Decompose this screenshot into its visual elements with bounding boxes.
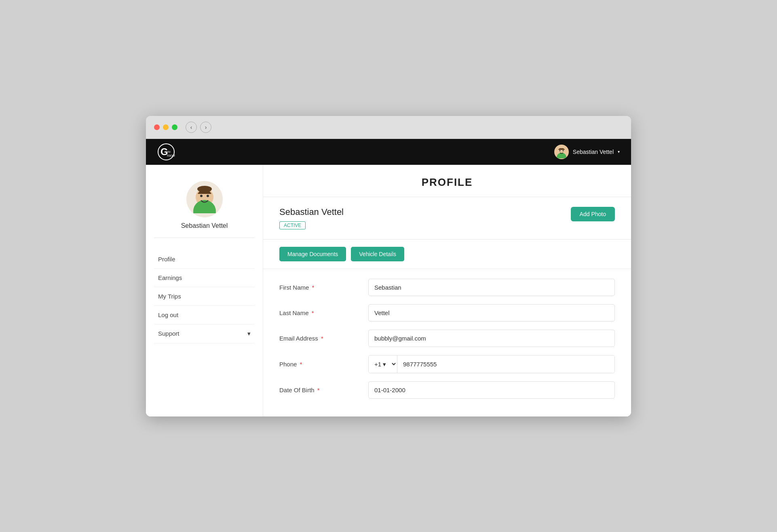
sidebar-item-my-trips[interactable]: My Trips — [154, 287, 255, 306]
browser-nav-buttons: ‹ › — [186, 122, 211, 133]
required-indicator: * — [316, 387, 320, 393]
required-indicator: * — [310, 284, 314, 291]
phone-code-select[interactable]: +1 ▾ — [369, 355, 397, 373]
svg-point-6 — [559, 150, 560, 151]
app: G to rocery Sebastian Vettel — [146, 139, 631, 416]
last-name-label: Last Name * — [279, 309, 368, 316]
first-name-label: First Name * — [279, 284, 368, 291]
sidebar-username: Sebastian Vettel — [181, 222, 228, 229]
tabs-section: Manage Documents Vehicle Details — [263, 240, 631, 269]
user-section: Sebastian Vettel ACTIVE Add Photo — [263, 197, 631, 240]
topbar-username: Sebastian Vettel — [573, 149, 614, 155]
sidebar: Sebastian Vettel Profile Earnings My Tri… — [146, 165, 263, 416]
sidebar-nav: Profile Earnings My Trips Log out Suppor… — [154, 250, 255, 343]
dob-input[interactable] — [368, 381, 615, 399]
logo-icon: G to rocery — [157, 143, 175, 161]
minimize-button[interactable] — [163, 124, 169, 130]
maximize-button[interactable] — [172, 124, 177, 130]
close-button[interactable] — [154, 124, 160, 130]
form-row-phone: Phone * +1 ▾ — [279, 355, 615, 373]
topbar-avatar — [554, 145, 569, 159]
svg-point-12 — [197, 186, 212, 192]
email-input[interactable] — [368, 330, 615, 347]
topbar: G to rocery Sebastian Vettel — [146, 139, 631, 165]
required-indicator: * — [310, 309, 314, 316]
main-layout: Sebastian Vettel Profile Earnings My Tri… — [146, 165, 631, 416]
svg-text:rocery: rocery — [167, 154, 175, 158]
user-info: Sebastian Vettel ▾ — [554, 145, 620, 159]
support-chevron-icon: ▾ — [247, 330, 251, 337]
back-button[interactable]: ‹ — [186, 122, 197, 133]
sidebar-avatar-icon — [190, 185, 219, 213]
sidebar-item-profile[interactable]: Profile — [154, 250, 255, 269]
user-full-name: Sebastian Vettel — [279, 207, 344, 217]
form-row-last-name: Last Name * — [279, 304, 615, 322]
sidebar-item-support[interactable]: Support ▾ — [154, 324, 255, 343]
traffic-lights — [154, 124, 177, 130]
phone-label: Phone * — [279, 361, 368, 368]
forward-button[interactable]: › — [200, 122, 211, 133]
user-name-area: Sebastian Vettel ACTIVE — [279, 207, 344, 229]
sidebar-item-logout[interactable]: Log out — [154, 306, 255, 324]
avatar-icon — [555, 145, 568, 158]
form-row-first-name: First Name * — [279, 279, 615, 296]
svg-point-10 — [200, 195, 203, 197]
tab-manage-documents[interactable]: Manage Documents — [279, 247, 346, 261]
add-photo-button[interactable]: Add Photo — [571, 207, 615, 221]
first-name-input[interactable] — [368, 279, 615, 296]
form-row-dob: Date Of Birth * — [279, 381, 615, 399]
user-dropdown-icon[interactable]: ▾ — [618, 149, 620, 154]
sidebar-item-earnings[interactable]: Earnings — [154, 269, 255, 287]
required-indicator: * — [298, 361, 302, 368]
required-indicator: * — [319, 335, 323, 342]
phone-number-input[interactable] — [397, 355, 614, 373]
browser-chrome: ‹ › — [146, 116, 631, 139]
profile-title: PROFILE — [279, 176, 615, 189]
svg-point-11 — [207, 195, 209, 197]
profile-header: PROFILE — [263, 165, 631, 197]
email-label: Email Address * — [279, 335, 368, 342]
svg-point-7 — [562, 150, 564, 151]
phone-field: +1 ▾ — [368, 355, 615, 373]
tab-vehicle-details[interactable]: Vehicle Details — [351, 247, 404, 261]
sidebar-avatar — [186, 181, 223, 217]
dob-label: Date Of Birth * — [279, 387, 368, 393]
logo-area: G to rocery — [157, 143, 175, 161]
status-badge: ACTIVE — [279, 221, 306, 229]
form-section: First Name * Last Name * E — [263, 269, 631, 416]
content-area: PROFILE Sebastian Vettel ACTIVE Add Phot… — [263, 165, 631, 416]
sidebar-user-area: Sebastian Vettel — [154, 181, 255, 238]
browser-window: ‹ › G to rocery — [146, 116, 631, 416]
form-row-email: Email Address * — [279, 330, 615, 347]
svg-text:to: to — [168, 150, 171, 154]
last-name-input[interactable] — [368, 304, 615, 322]
